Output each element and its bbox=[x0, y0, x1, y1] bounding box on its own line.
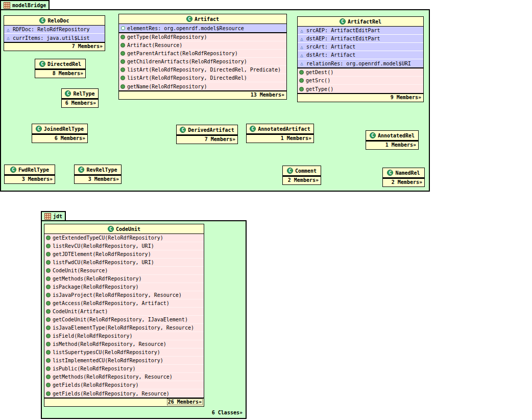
method-row[interactable]: listArt(ReloRdfRepository, DirectedRel, … bbox=[119, 66, 286, 74]
class-header[interactable]: CodeUnit bbox=[44, 224, 204, 234]
method-row[interactable]: CodeUnit(Resource) bbox=[44, 267, 204, 275]
members-expander[interactable]: 1 Members» bbox=[280, 135, 312, 141]
method-row[interactable]: listImplementedCU(ReloRdfRepository) bbox=[44, 357, 204, 365]
method-row[interactable]: getMethods(ReloRdfRepository, Resource) bbox=[44, 373, 204, 381]
method-icon bbox=[46, 285, 51, 289]
class-header[interactable]: RevRelType bbox=[75, 165, 121, 175]
method-icon bbox=[120, 43, 125, 48]
members-expander[interactable]: 2 Members» bbox=[287, 177, 319, 183]
class-header[interactable]: AnnotatedRel bbox=[366, 131, 418, 141]
class-title: ArtifactRel bbox=[348, 19, 381, 25]
method-icon bbox=[46, 260, 51, 265]
method-row[interactable]: getDest() bbox=[298, 68, 423, 77]
class-box-artifact[interactable]: Artifact elementRes: org.openrdf.model$R… bbox=[118, 14, 287, 100]
field-row[interactable]: RDFDoc: ReloRdfRepository bbox=[4, 26, 105, 34]
class-box-namedrel[interactable]: NamedRel 2 Members» bbox=[382, 168, 425, 187]
class-header[interactable]: Artifact bbox=[119, 14, 286, 24]
method-row[interactable]: isField(ReloRdfRepository) bbox=[44, 332, 204, 340]
class-box-annotatedartifact[interactable]: AnnotatedArtifact 1 Members» bbox=[246, 124, 314, 143]
members-expander[interactable]: 3 Members» bbox=[21, 176, 53, 182]
class-header[interactable]: JoinedRelType bbox=[32, 124, 87, 134]
field-row[interactable]: currItems: java.util$List bbox=[4, 34, 105, 42]
method-row[interactable]: isJavaProject(ReloRdfRepository, Resourc… bbox=[44, 291, 204, 299]
method-icon bbox=[299, 78, 304, 83]
class-box-codeunit[interactable]: CodeUnit getExtendedTypeCU(ReloRdfReposi… bbox=[44, 224, 204, 407]
class-box-derivedartifact[interactable]: DerivedArtifact 7 Members» bbox=[176, 125, 238, 144]
class-box-artifactrel[interactable]: ArtifactRel srcAEP: ArtifactEditPart dst… bbox=[297, 16, 424, 102]
class-title: FwdRelType bbox=[18, 167, 49, 173]
method-icon bbox=[46, 293, 51, 297]
method-icon bbox=[46, 334, 51, 338]
method-row[interactable]: listArt(ReloRdfRepository, DirectedRel) bbox=[119, 74, 286, 82]
class-box-comment[interactable]: Comment 2 Members» bbox=[282, 166, 321, 185]
method-row[interactable]: getType(ReloRdfRepository) bbox=[119, 33, 286, 41]
method-icon bbox=[46, 252, 51, 256]
package-tab-modelbridge[interactable]: modelBridge bbox=[0, 0, 50, 9]
field-row[interactable]: dstArt: Artifact bbox=[298, 51, 423, 59]
field-row[interactable]: relationRes: org.openrdf.model$URI bbox=[298, 59, 423, 67]
class-box-revreltype[interactable]: RevRelType 3 Members» bbox=[74, 165, 122, 184]
class-box-relodoc[interactable]: ReloDoc RDFDoc: ReloRdfRepository currIt… bbox=[4, 15, 105, 51]
members-expander[interactable]: 9 Members» bbox=[390, 95, 422, 100]
method-row[interactable]: getJDTElement(ReloRdfRepository) bbox=[44, 250, 204, 259]
method-row[interactable]: isPublic(ReloRdfRepository) bbox=[44, 365, 204, 373]
members-expander[interactable]: 2 Members» bbox=[391, 179, 423, 185]
method-row[interactable]: getAccess(ReloRdfRepository, Artifact) bbox=[44, 299, 204, 308]
class-title: AnnotatedArtifact bbox=[258, 126, 310, 132]
field-row[interactable]: srcArt: Artifact bbox=[298, 43, 423, 51]
classes-expander[interactable]: 6 Classes» bbox=[211, 410, 243, 415]
method-row[interactable]: Artifact(Resource) bbox=[119, 41, 286, 50]
method-row[interactable]: getMethods(ReloRdfRepository) bbox=[44, 275, 204, 283]
method-row[interactable]: isPackage(ReloRdfRepository) bbox=[44, 283, 204, 291]
class-header[interactable]: AnnotatedArtifact bbox=[247, 124, 313, 134]
members-expander[interactable]: 26 Members» bbox=[167, 399, 202, 405]
class-header[interactable]: Comment bbox=[283, 166, 321, 176]
class-header[interactable]: DerivedArtifact bbox=[177, 125, 237, 135]
method-row[interactable]: getChildrenArtifacts(ReloRdfRepository) bbox=[119, 58, 286, 66]
class-title: ReloDoc bbox=[47, 18, 69, 24]
class-header[interactable]: RelType bbox=[62, 89, 98, 99]
class-box-directedrel[interactable]: DirectedRel 8 Members» bbox=[35, 59, 86, 78]
class-header[interactable]: NamedRel bbox=[383, 168, 424, 178]
method-row[interactable]: CodeUnit(Artifact) bbox=[44, 308, 204, 316]
members-expander[interactable]: 8 Members» bbox=[52, 71, 84, 76]
method-row[interactable]: getName(ReloRdfRepository) bbox=[119, 82, 286, 90]
class-box-joinedreltype[interactable]: JoinedRelType 6 Members» bbox=[32, 124, 88, 143]
class-header[interactable]: ReloDoc bbox=[4, 16, 105, 26]
package-footer-classes[interactable]: 6 Classes» bbox=[41, 410, 243, 415]
method-row[interactable]: getParentArtifact(ReloRdfRepository) bbox=[119, 50, 286, 58]
method-row[interactable]: listSupertypesCU(ReloRdfRepository) bbox=[44, 348, 204, 357]
field-row[interactable]: srcAEP: ArtifactEditPart bbox=[298, 27, 423, 35]
method-row[interactable]: isMethod(ReloRdfRepository, Resource) bbox=[44, 340, 204, 348]
members-expander[interactable]: 6 Members» bbox=[65, 100, 96, 106]
class-box-fwdreltype[interactable]: FwdRelType 3 Members» bbox=[4, 165, 55, 184]
class-box-reltype[interactable]: RelType 6 Members» bbox=[61, 88, 99, 108]
package-tab-jdt[interactable]: jdt bbox=[41, 211, 66, 220]
method-row[interactable]: getType() bbox=[298, 85, 423, 93]
members-expander[interactable]: 1 Members» bbox=[385, 142, 417, 148]
class-header[interactable]: ArtifactRel bbox=[298, 17, 423, 27]
method-row[interactable]: isJavaElementType(ReloRdfRepository, Res… bbox=[44, 324, 204, 332]
field-icon bbox=[299, 35, 304, 43]
method-row[interactable]: getFields(ReloRdfRepository, Resource) bbox=[44, 389, 204, 398]
field-row[interactable]: elementRes: org.openrdf.model$Resource bbox=[119, 24, 286, 32]
members-expander[interactable]: 13 Members» bbox=[250, 92, 285, 98]
method-row[interactable]: getSrc() bbox=[298, 77, 423, 85]
members-expander[interactable]: 6 Members» bbox=[54, 135, 86, 141]
class-footer: 1 Members» bbox=[366, 141, 418, 149]
class-icon bbox=[108, 226, 114, 232]
class-title: JoinedRelType bbox=[44, 126, 84, 132]
method-icon bbox=[46, 325, 51, 330]
method-row[interactable]: getExtendedTypeCU(ReloRdfRepository) bbox=[44, 234, 204, 242]
method-row[interactable]: listFwdCU(ReloRdfRepository, URI) bbox=[44, 259, 204, 267]
method-row[interactable]: getCodeUnit(ReloRdfRepository, IJavaElem… bbox=[44, 316, 204, 324]
class-box-annotatedrel[interactable]: AnnotatedRel 1 Members» bbox=[366, 130, 419, 150]
class-header[interactable]: DirectedRel bbox=[35, 59, 85, 69]
class-header[interactable]: FwdRelType bbox=[5, 165, 55, 175]
members-expander[interactable]: 7 Members» bbox=[71, 43, 103, 49]
method-row[interactable]: getFields(ReloRdfRepository) bbox=[44, 381, 204, 389]
field-row[interactable]: dstAEP: ArtifactEditPart bbox=[298, 35, 423, 43]
members-expander[interactable]: 3 Members» bbox=[88, 176, 119, 182]
method-row[interactable]: listRevCU(ReloRdfRepository, URI) bbox=[44, 242, 204, 250]
members-expander[interactable]: 7 Members» bbox=[204, 136, 236, 142]
